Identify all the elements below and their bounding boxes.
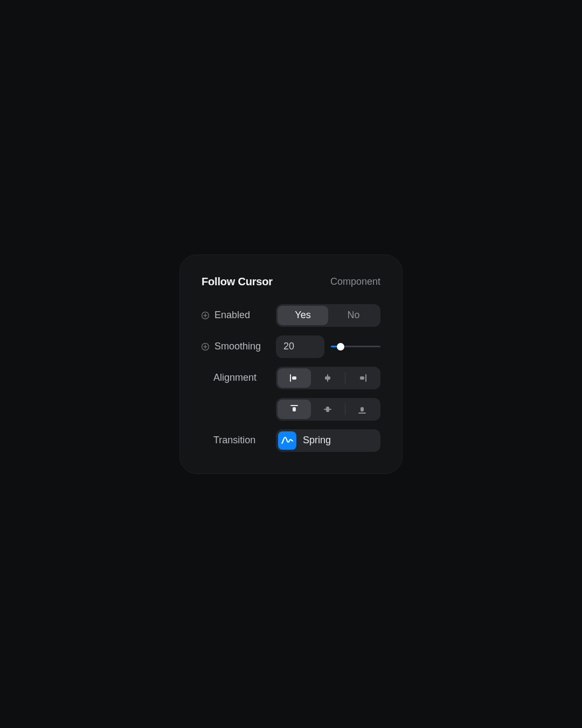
- align-right-button[interactable]: [345, 368, 379, 388]
- spring-icon: [278, 431, 296, 450]
- smoothing-input[interactable]: 20: [276, 335, 324, 358]
- svg-rect-11: [326, 407, 329, 412]
- align-center-v-icon: [323, 404, 332, 415]
- panel-type-tag: Component: [330, 276, 380, 287]
- svg-rect-2: [290, 374, 291, 382]
- smoothing-label-group: Smoothing: [202, 341, 276, 352]
- enabled-yes-button[interactable]: Yes: [278, 306, 328, 325]
- add-control-icon[interactable]: [202, 343, 209, 351]
- align-center-v-button[interactable]: [311, 400, 344, 419]
- transition-value: Spring: [303, 435, 331, 446]
- svg-rect-12: [358, 413, 366, 414]
- align-top-icon: [290, 404, 299, 415]
- row-alignment-h: Alignment: [202, 367, 380, 389]
- alignment-label: Alignment: [213, 372, 257, 383]
- align-left-button[interactable]: [278, 368, 311, 388]
- row-smoothing: Smoothing 20: [202, 335, 380, 358]
- svg-rect-13: [361, 407, 364, 411]
- alignment-vertical-segmented: [276, 398, 380, 421]
- row-alignment-v: [202, 398, 380, 421]
- align-center-h-icon: [322, 374, 333, 382]
- align-bottom-icon: [358, 404, 366, 415]
- panel-title: Follow Cursor: [202, 276, 273, 288]
- enabled-no-button[interactable]: No: [328, 306, 379, 325]
- row-transition: Transition Spring: [202, 429, 380, 452]
- spring-curve-icon: [281, 436, 293, 445]
- enabled-segmented: Yes No: [276, 304, 380, 327]
- transition-select[interactable]: Spring: [276, 429, 380, 452]
- slider-thumb[interactable]: [337, 343, 344, 351]
- align-left-icon: [289, 374, 300, 382]
- align-center-h-button[interactable]: [311, 368, 344, 388]
- transition-label-group: Transition: [202, 435, 276, 446]
- add-control-icon[interactable]: [202, 312, 209, 319]
- svg-rect-6: [365, 374, 366, 382]
- svg-rect-3: [292, 376, 296, 380]
- smoothing-slider[interactable]: [331, 343, 380, 351]
- panel-header: Follow Cursor Component: [202, 276, 380, 288]
- align-right-icon: [357, 374, 368, 382]
- row-enabled: Enabled Yes No: [202, 304, 380, 327]
- align-bottom-button[interactable]: [345, 400, 379, 419]
- svg-rect-9: [293, 407, 296, 411]
- properties-panel: Follow Cursor Component Enabled Yes No S…: [179, 255, 403, 474]
- svg-rect-5: [325, 376, 330, 380]
- alignment-label-group: Alignment: [202, 372, 276, 383]
- smoothing-label: Smoothing: [214, 341, 261, 352]
- enabled-label: Enabled: [214, 310, 250, 321]
- svg-rect-8: [290, 405, 298, 406]
- svg-rect-7: [360, 376, 364, 380]
- enabled-label-group: Enabled: [202, 310, 276, 321]
- alignment-horizontal-segmented: [276, 367, 380, 389]
- align-top-button[interactable]: [278, 400, 311, 419]
- transition-label: Transition: [213, 435, 255, 446]
